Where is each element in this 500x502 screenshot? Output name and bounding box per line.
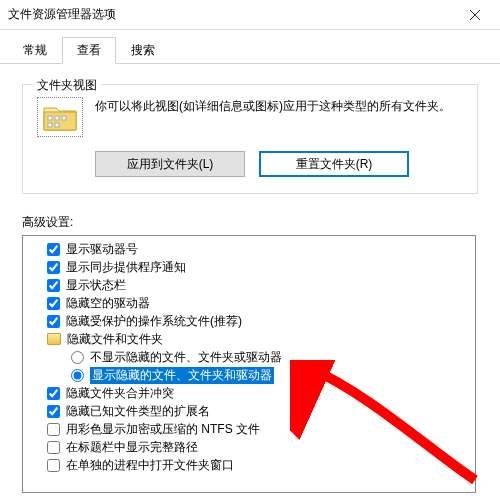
folder-icon [37,97,83,137]
tree-item-hide-folder-merge-conflicts[interactable]: 隐藏文件夹合并冲突 [25,384,473,402]
tree-item-show-status-bar[interactable]: 显示状态栏 [25,276,473,294]
tree-item-full-path-titlebar[interactable]: 在标题栏中显示完整路径 [25,438,473,456]
advanced-settings-tree[interactable]: 显示驱动器号 显示同步提供程序通知 显示状态栏 隐藏空的驱动器 隐藏受保护的操作… [22,235,476,493]
tree-item-hidden-files-folder-group[interactable]: 隐藏文件和文件夹 [25,330,473,348]
svg-rect-1 [55,116,59,120]
checkbox[interactable] [47,261,60,274]
tab-content: 文件夹视图 你可以将此视图(如详细信息或图标)应用于这种类型的所有文件夹。 应用… [0,64,500,493]
checkbox[interactable] [47,423,60,436]
tree-item-hide-extensions[interactable]: 隐藏已知文件类型的扩展名 [25,402,473,420]
radio[interactable] [71,369,84,382]
svg-rect-4 [55,123,59,127]
checkbox[interactable] [47,297,60,310]
close-button[interactable] [452,0,498,30]
tab-bar: 常规 查看 搜索 [0,30,500,64]
folder-view-group: 文件夹视图 你可以将此视图(如详细信息或图标)应用于这种类型的所有文件夹。 应用… [22,84,478,194]
checkbox[interactable] [47,405,60,418]
svg-rect-2 [62,116,66,120]
folder-view-description: 你可以将此视图(如详细信息或图标)应用于这种类型的所有文件夹。 [95,97,463,137]
tree-item-show-drive-letters[interactable]: 显示驱动器号 [25,240,473,258]
window-title: 文件资源管理器选项 [8,6,452,23]
tree-item-dont-show-hidden[interactable]: 不显示隐藏的文件、文件夹或驱动器 [25,348,473,366]
close-icon [470,10,480,20]
checkbox[interactable] [47,387,60,400]
tree-item-hide-protected-os-files[interactable]: 隐藏受保护的操作系统文件(推荐) [25,312,473,330]
tree-item-color-encrypted-ntfs[interactable]: 用彩色显示加密或压缩的 NTFS 文件 [25,420,473,438]
folder-icon [47,333,61,345]
svg-rect-3 [48,123,52,127]
reset-folders-button[interactable]: 重置文件夹(R) [259,151,409,177]
checkbox[interactable] [47,459,60,472]
svg-rect-0 [48,116,52,120]
tree-item-separate-process[interactable]: 在单独的进程中打开文件夹窗口 [25,456,473,474]
checkbox[interactable] [47,279,60,292]
tree-item-show-hidden[interactable]: 显示隐藏的文件、文件夹和驱动器 [25,366,473,384]
tab-search[interactable]: 搜索 [116,37,170,64]
checkbox[interactable] [47,315,60,328]
folder-view-group-label: 文件夹视图 [33,77,101,94]
checkbox[interactable] [47,243,60,256]
titlebar: 文件资源管理器选项 [0,0,500,30]
apply-to-folders-button[interactable]: 应用到文件夹(L) [95,151,245,177]
tree-item-show-sync-provider[interactable]: 显示同步提供程序通知 [25,258,473,276]
checkbox[interactable] [47,441,60,454]
tree-item-hide-empty-drives[interactable]: 隐藏空的驱动器 [25,294,473,312]
tab-general[interactable]: 常规 [8,37,62,64]
advanced-settings-label: 高级设置: [22,214,478,231]
radio[interactable] [71,351,84,364]
tab-view[interactable]: 查看 [62,37,116,64]
